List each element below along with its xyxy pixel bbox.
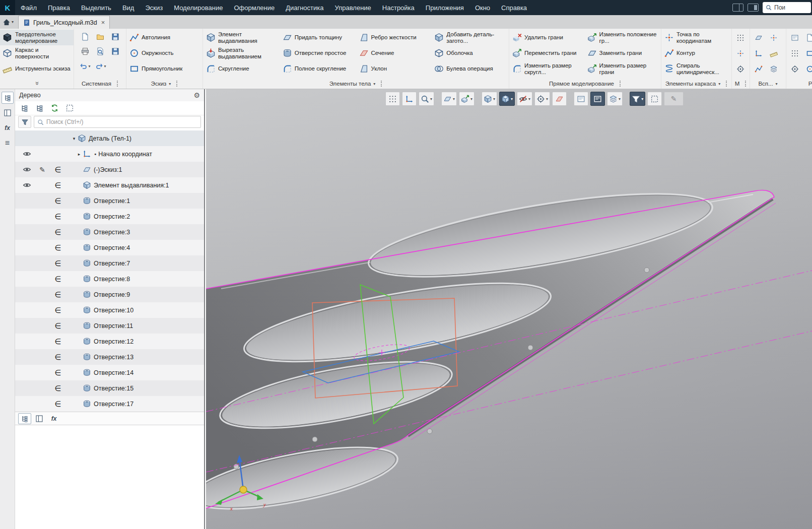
element-of-icon[interactable]: ∈ [50, 337, 65, 346]
new-document-button[interactable] [79, 30, 91, 43]
tree-item-part[interactable]: ▾ Деталь (Тел-1) [15, 130, 204, 146]
tree-item-hole-11[interactable]: ∈ Отверстие:11 [15, 318, 204, 334]
tree-filter-button[interactable] [18, 116, 31, 128]
aux-ruler-button[interactable] [766, 45, 781, 61]
element-of-icon[interactable]: ∈ [50, 306, 65, 315]
mode-solid-modeling[interactable]: Твердотельное моделирование [0, 30, 74, 45]
filter-button[interactable]: ▾ [630, 92, 645, 106]
redo-button[interactable]: ▾ [95, 59, 107, 73]
view-orientation-button[interactable]: ▾ [482, 92, 497, 106]
section-view-button[interactable] [552, 92, 567, 106]
aux-axis-button[interactable] [751, 45, 766, 61]
ribbon-collapse-icon[interactable]: « [33, 82, 40, 85]
extrude-button[interactable]: Элемент выдавливания [204, 30, 281, 45]
element-of-icon[interactable]: ∈ [50, 321, 65, 330]
element-of-icon[interactable]: ∈ [50, 290, 65, 299]
expander-icon[interactable]: ▾ [71, 136, 78, 141]
3d-scene[interactable]: x y [206, 89, 812, 529]
area-select-button[interactable] [63, 102, 76, 114]
pattern-button[interactable] [733, 45, 748, 61]
element-of-icon[interactable]: ∈ [50, 353, 65, 362]
tree-item-hole-2[interactable]: ∈ Отверстие:2 [15, 209, 204, 224]
mode-wireframe-surfaces[interactable]: Каркас и поверхности [0, 45, 74, 61]
element-of-icon[interactable]: ∈ [50, 275, 65, 284]
hide-objects-button[interactable]: ▾ [517, 92, 532, 106]
display-mode-button[interactable]: ▾ [499, 92, 515, 106]
menu-window[interactable]: Окно [469, 0, 496, 15]
gear-icon[interactable]: ⚙ [193, 91, 200, 99]
tree-item-hole-17[interactable]: ∈ Отверстие:17 [15, 396, 204, 412]
tree-relations-button[interactable] [48, 102, 60, 114]
point-array-button[interactable] [733, 30, 748, 45]
aux-layers-button[interactable] [766, 61, 781, 77]
thicken-button[interactable]: Придать толщину [281, 30, 357, 45]
tree-item-sketch1[interactable]: ✎ ∈ (-)Эскиз:1 [15, 162, 204, 177]
mode-sketch-tools[interactable]: Инструменты эскиза [0, 61, 74, 77]
circle-button[interactable]: Окружность [127, 45, 201, 61]
shell-button[interactable]: Оболочка [432, 45, 508, 61]
resize-face-button[interactable]: Изменить размер грани [585, 61, 660, 77]
tree-item-hole-14[interactable]: ∈ Отверстие:14 [15, 365, 204, 380]
aux-plane-button[interactable] [751, 30, 766, 45]
tree-item-hole-10[interactable]: ∈ Отверстие:10 [15, 302, 204, 318]
eye-icon[interactable] [23, 181, 31, 189]
menu-view[interactable]: Вид [117, 0, 140, 15]
menu-sketch[interactable]: Эскиз [140, 0, 168, 15]
element-of-icon[interactable]: ∈ [50, 212, 65, 221]
save-button[interactable] [109, 30, 121, 43]
rib-button[interactable]: Ребро жесткости [357, 30, 433, 45]
orient-iso-button[interactable]: ▾ [459, 92, 475, 106]
mirror-button[interactable] [733, 61, 748, 77]
menu-applications[interactable]: Приложения [420, 0, 469, 15]
global-search-input[interactable]: Пои [763, 2, 811, 13]
ra-doc-button[interactable] [802, 30, 812, 45]
expander-icon[interactable]: ▸ [76, 152, 83, 157]
panel-menu-button[interactable]: ≡ [2, 137, 14, 149]
pencil-icon[interactable]: ✎ [35, 166, 50, 174]
tree-item-extrude1[interactable]: ∈ Элемент выдавливания:1 [15, 177, 204, 193]
ra-rect-button[interactable] [802, 45, 812, 61]
menu-settings[interactable]: Настройка [377, 0, 420, 15]
pick-style-button[interactable]: ✎ [664, 92, 684, 106]
menu-help[interactable]: Справка [496, 0, 532, 15]
group-grip[interactable] [381, 81, 382, 87]
orient-top-button[interactable]: ▾ [441, 92, 457, 106]
draft-button[interactable]: Уклон [357, 61, 433, 77]
tree-order-button[interactable] [33, 102, 45, 114]
tree-item-hole-8[interactable]: ∈ Отверстие:8 [15, 271, 204, 287]
ra-target-button[interactable] [787, 61, 802, 77]
ra-circle-button[interactable] [802, 61, 812, 77]
aux-line-button[interactable] [751, 61, 766, 77]
autoline-button[interactable]: Автолиния [127, 30, 201, 45]
eye-icon[interactable] [23, 165, 31, 174]
group-grip[interactable] [117, 81, 118, 87]
group-grip[interactable] [745, 81, 747, 87]
move-faces-button[interactable]: Переместить грани [510, 45, 585, 61]
tree-search-input[interactable] [46, 118, 197, 125]
subtab-variables[interactable]: fx [47, 413, 60, 424]
ra-board-button[interactable] [787, 30, 802, 45]
tree-item-hole-1[interactable]: ∈ Отверстие:1 [15, 193, 204, 209]
part-grill-plate[interactable] [206, 177, 812, 521]
rectangle-button[interactable]: Прямоугольник [127, 61, 201, 77]
group-grip[interactable] [176, 81, 178, 87]
home-button[interactable]: ▾ [0, 15, 16, 29]
print-button[interactable] [79, 45, 91, 58]
menu-diagnostics[interactable]: Диагностика [280, 0, 329, 15]
home-caret-icon[interactable]: ▾ [12, 20, 14, 24]
replace-faces-button[interactable]: Заменить грани [585, 45, 660, 61]
layers-button[interactable]: ▾ [607, 92, 623, 106]
element-of-icon[interactable]: ∈ [50, 384, 65, 393]
element-of-icon[interactable]: ∈ [50, 368, 65, 377]
boolean-button[interactable]: Булева операция [432, 61, 508, 77]
tree-item-origin[interactable]: ▸ ● Начало координат [15, 146, 204, 162]
change-face-position-button[interactable]: Изменить положение гр... [585, 30, 660, 45]
add-part-blank-button[interactable]: Добавить деталь-загото... [432, 30, 508, 45]
tree-item-hole-9[interactable]: ∈ Отверстие:9 [15, 287, 204, 302]
menu-select[interactable]: Выделить [76, 0, 117, 15]
local-csys-button[interactable] [402, 92, 417, 106]
section-button[interactable]: Сечение [357, 45, 433, 61]
tree-item-hole-13[interactable]: ∈ Отверстие:13 [15, 349, 204, 365]
subtab-composition[interactable] [33, 413, 46, 424]
window-layout-icon[interactable] [732, 4, 743, 12]
